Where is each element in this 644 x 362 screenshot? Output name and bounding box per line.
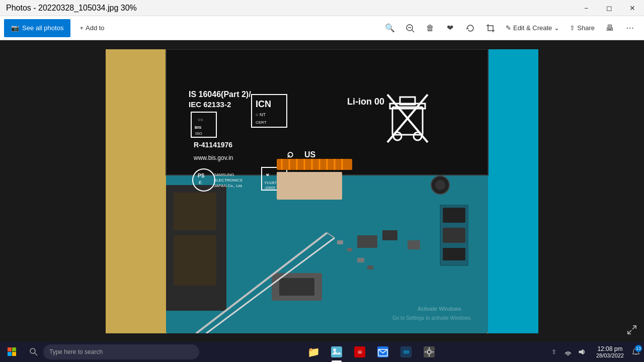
taskbar-app-antivirus[interactable]: ☠	[348, 342, 371, 362]
share-button[interactable]: ⇧ Share	[565, 19, 600, 37]
toolbar: 📷 See all photos + Add to 🔍 🗑 ❤ ✎ Edit &…	[0, 16, 644, 40]
see-all-photos-button[interactable]: 📷 See all photos	[4, 19, 70, 37]
plus-icon: +	[79, 24, 84, 32]
windows-logo-icon	[8, 347, 17, 356]
svg-text:ELECTRONICS: ELECTRONICS	[214, 178, 243, 183]
window-title: Photos - 20220328_105034.jpg 30%	[6, 4, 137, 13]
clock-time: 12:08 pm	[597, 345, 622, 352]
favorite-button[interactable]: ❤	[440, 19, 460, 37]
svg-text:-20005: -20005	[264, 186, 275, 190]
edit-icon: ✎	[506, 24, 511, 32]
svg-text:PS: PS	[198, 173, 205, 178]
svg-rect-77	[8, 347, 12, 351]
zoom-out-button[interactable]	[400, 19, 420, 37]
svg-text:ISO: ISO	[195, 131, 202, 136]
taskbar: Type here to search 📁 ☠ ∞	[0, 342, 644, 362]
svg-rect-68	[357, 258, 364, 262]
svg-text:Go to Settings to activate Win: Go to Settings to activate Windows.	[392, 315, 472, 321]
search-button[interactable]	[24, 342, 43, 362]
svg-text:www.bis.gov.in: www.bis.gov.in	[193, 154, 233, 161]
svg-rect-65	[443, 248, 465, 260]
svg-text:R-41141976: R-41141976	[194, 141, 232, 149]
svg-rect-66	[337, 240, 343, 244]
notification-button[interactable]: 13	[628, 342, 644, 362]
taskbar-app-file-explorer[interactable]: 📁	[302, 342, 325, 362]
taskbar-app-photos[interactable]	[325, 342, 348, 362]
minimize-button[interactable]: −	[575, 0, 598, 16]
photo-image: IS 16046(Part 2)/ IEC 62133-2 ○○ BIS ISO…	[106, 49, 538, 333]
file-explorer-icon: 📁	[307, 346, 319, 358]
svg-rect-54	[277, 172, 342, 200]
svg-line-82	[35, 353, 37, 355]
svg-marker-95	[579, 349, 583, 354]
svg-text:ICN: ICN	[256, 99, 271, 109]
chevron-down-icon: ⌄	[554, 24, 559, 32]
svg-text:CERT: CERT	[256, 120, 267, 125]
svg-rect-58	[279, 278, 314, 296]
photo-container: IS 16046(Part 2)/ IEC 62133-2 ○○ BIS ISO…	[106, 49, 538, 333]
svg-text:IS 16046(Part 2)/: IS 16046(Part 2)/	[189, 90, 251, 99]
close-button[interactable]: ✕	[621, 0, 644, 16]
taskbar-app-infinity[interactable]: ∞	[394, 342, 418, 362]
show-hidden-icons-button[interactable]: ⇧	[548, 342, 560, 362]
svg-point-84	[333, 348, 336, 351]
svg-rect-61	[408, 240, 420, 249]
volume-icon[interactable]	[576, 342, 588, 362]
svg-rect-11	[174, 235, 216, 286]
edit-create-button[interactable]: ✎ Edit & Create ⌄	[501, 19, 565, 37]
restore-button[interactable]: ◻	[598, 0, 621, 16]
network-status-icon	[565, 348, 572, 355]
svg-text:JAPAN Co., Ltd.: JAPAN Co., Ltd.	[214, 184, 243, 188]
svg-rect-80	[12, 352, 16, 356]
svg-text:⌕: ⌕	[287, 147, 293, 160]
svg-rect-64	[443, 228, 465, 243]
svg-point-94	[567, 354, 569, 356]
svg-rect-44	[277, 159, 352, 170]
clock[interactable]: 12:08 pm 28/03/2022	[592, 342, 628, 362]
svg-text:IEC 62133-2: IEC 62133-2	[189, 100, 231, 109]
svg-text:Activate Windows: Activate Windows	[418, 306, 461, 312]
svg-rect-60	[382, 230, 397, 240]
svg-text:US: US	[304, 150, 316, 159]
notification-badge: 13	[635, 345, 642, 352]
svg-rect-78	[12, 347, 16, 351]
taskbar-app-mail[interactable]	[371, 342, 394, 362]
volume-status-icon	[579, 348, 586, 355]
svg-text:○ NT: ○ NT	[256, 112, 266, 117]
edit-create-label: Edit & Create	[513, 24, 552, 32]
crop-button[interactable]	[480, 19, 501, 37]
svg-point-56	[435, 180, 445, 190]
photo-viewer: IS 16046(Part 2)/ IEC 62133-2 ○○ BIS ISO…	[0, 40, 644, 342]
svg-text:🗶: 🗶	[265, 172, 270, 177]
expand-button[interactable]	[624, 322, 640, 338]
svg-rect-59	[357, 235, 377, 248]
print-button[interactable]: 🖶	[600, 19, 620, 37]
add-to-button[interactable]: + Add to	[74, 19, 109, 37]
antivirus-icon: ☠	[354, 346, 365, 357]
svg-point-81	[30, 348, 35, 353]
svg-line-76	[628, 330, 631, 334]
window-controls: − ◻ ✕	[575, 0, 644, 16]
svg-rect-79	[8, 352, 12, 356]
svg-line-2	[412, 30, 414, 32]
svg-text:○○: ○○	[198, 117, 203, 122]
expand-icon	[627, 325, 637, 335]
zoom-in-button[interactable]: 🔍	[380, 19, 400, 37]
delete-button[interactable]: 🗑	[420, 19, 440, 37]
svg-rect-63	[443, 208, 465, 223]
rotate-button[interactable]	[460, 19, 480, 37]
photos-app-icon	[331, 346, 343, 358]
svg-text:Li-ion 00: Li-ion 00	[347, 97, 384, 107]
svg-text:E: E	[199, 180, 202, 185]
add-to-label: Add to	[86, 24, 105, 32]
share-icon: ⇧	[570, 24, 575, 32]
more-options-button[interactable]: ⋯	[620, 19, 640, 37]
search-box[interactable]: Type here to search	[43, 344, 199, 359]
taskbar-app-settings[interactable]	[418, 342, 441, 362]
network-icon[interactable]	[562, 342, 574, 362]
search-icon	[30, 348, 38, 356]
svg-text:SAMSUNG: SAMSUNG	[214, 172, 234, 177]
svg-rect-10	[174, 193, 216, 230]
start-button[interactable]	[0, 342, 24, 362]
infinity-icon: ∞	[400, 346, 412, 357]
